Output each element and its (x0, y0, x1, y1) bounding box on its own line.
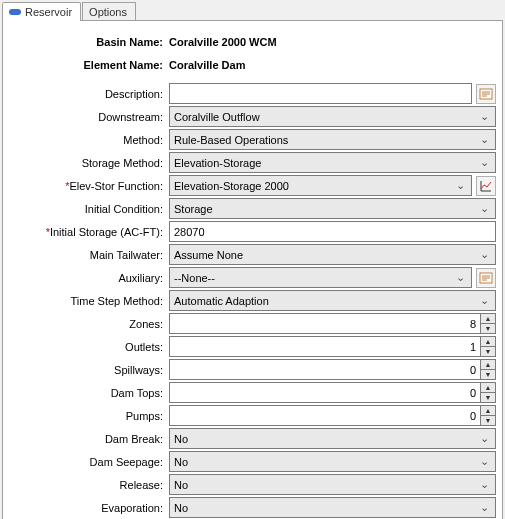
initial-condition-combo[interactable]: Storage ⌄ (169, 198, 496, 219)
chevron-down-icon: ⌄ (477, 248, 491, 261)
spillways-label: Spillways: (9, 364, 169, 376)
initial-storage-label: *Initial Storage (AC-FT): (9, 226, 169, 238)
main-tailwater-label: Main Tailwater: (9, 249, 169, 261)
outlets-spinner[interactable]: ▲▼ (169, 336, 496, 357)
dam-break-value: No (174, 433, 188, 445)
initial-condition-label: Initial Condition: (9, 203, 169, 215)
storage-method-combo[interactable]: Elevation-Storage ⌄ (169, 152, 496, 173)
time-step-method-label: Time Step Method: (9, 295, 169, 307)
spin-up-icon[interactable]: ▲ (481, 337, 495, 346)
dam-tops-spinner[interactable]: ▲▼ (169, 382, 496, 403)
plot-icon (479, 179, 493, 193)
elev-stor-plot-button[interactable] (476, 176, 496, 196)
zones-spinner[interactable]: ▲▼ (169, 313, 496, 334)
pumps-label: Pumps: (9, 410, 169, 422)
evaporation-label: Evaporation: (9, 502, 169, 514)
dam-tops-label: Dam Tops: (9, 387, 169, 399)
dam-seepage-label: Dam Seepage: (9, 456, 169, 468)
elev-stor-function-combo[interactable]: Elevation-Storage 2000 ⌄ (169, 175, 472, 196)
spin-up-icon[interactable]: ▲ (481, 360, 495, 369)
release-value: No (174, 479, 188, 491)
chevron-down-icon: ⌄ (477, 156, 491, 169)
dam-seepage-combo[interactable]: No ⌄ (169, 451, 496, 472)
evaporation-combo[interactable]: No ⌄ (169, 497, 496, 518)
chevron-down-icon: ⌄ (477, 432, 491, 445)
spillways-input[interactable] (170, 360, 480, 379)
spin-up-icon[interactable]: ▲ (481, 383, 495, 392)
elev-stor-function-value: Elevation-Storage 2000 (174, 180, 289, 192)
chevron-down-icon: ⌄ (477, 202, 491, 215)
initial-condition-value: Storage (174, 203, 213, 215)
spin-down-icon[interactable]: ▼ (481, 415, 495, 425)
chevron-down-icon: ⌄ (477, 478, 491, 491)
chevron-down-icon: ⌄ (453, 271, 467, 284)
downstream-label: Downstream: (9, 111, 169, 123)
method-combo[interactable]: Rule-Based Operations ⌄ (169, 129, 496, 150)
basin-name-label: Basin Name: (9, 36, 169, 48)
chevron-down-icon: ⌄ (477, 294, 491, 307)
spin-down-icon[interactable]: ▼ (481, 369, 495, 379)
zones-input[interactable] (170, 314, 480, 333)
storage-method-label: Storage Method: (9, 157, 169, 169)
element-name-value: Coralville Dam (169, 59, 496, 71)
spin-down-icon[interactable]: ▼ (481, 346, 495, 356)
spin-up-icon[interactable]: ▲ (481, 406, 495, 415)
description-input[interactable] (169, 83, 472, 104)
storage-method-value: Elevation-Storage (174, 157, 261, 169)
auxiliary-edit-button[interactable] (476, 268, 496, 288)
spin-down-icon[interactable]: ▼ (481, 392, 495, 402)
pumps-spinner[interactable]: ▲▼ (169, 405, 496, 426)
method-label: Method: (9, 134, 169, 146)
spin-down-icon[interactable]: ▼ (481, 323, 495, 333)
chevron-down-icon: ⌄ (453, 179, 467, 192)
elev-stor-function-label: *Elev-Stor Function: (9, 180, 169, 192)
auxiliary-value: --None-- (174, 272, 215, 284)
tab-bar: Reservoir Options (0, 0, 505, 21)
downstream-combo[interactable]: Coralville Outflow ⌄ (169, 106, 496, 127)
chevron-down-icon: ⌄ (477, 133, 491, 146)
dam-break-label: Dam Break: (9, 433, 169, 445)
chevron-down-icon: ⌄ (477, 501, 491, 514)
release-combo[interactable]: No ⌄ (169, 474, 496, 495)
time-step-method-value: Automatic Adaption (174, 295, 269, 307)
spillways-spinner[interactable]: ▲▼ (169, 359, 496, 380)
release-label: Release: (9, 479, 169, 491)
pumps-input[interactable] (170, 406, 480, 425)
main-tailwater-combo[interactable]: Assume None ⌄ (169, 244, 496, 265)
spin-up-icon[interactable]: ▲ (481, 314, 495, 323)
initial-storage-input[interactable] (169, 221, 496, 242)
reservoir-panel: Basin Name: Coralville 2000 WCM Element … (2, 20, 503, 519)
dam-seepage-value: No (174, 456, 188, 468)
reservoir-icon (9, 6, 21, 18)
basin-name-value: Coralville 2000 WCM (169, 36, 496, 48)
description-label: Description: (9, 88, 169, 100)
svg-rect-0 (9, 9, 21, 15)
dam-break-combo[interactable]: No ⌄ (169, 428, 496, 449)
tab-reservoir[interactable]: Reservoir (2, 2, 81, 21)
time-step-method-combo[interactable]: Automatic Adaption ⌄ (169, 290, 496, 311)
downstream-value: Coralville Outflow (174, 111, 260, 123)
method-value: Rule-Based Operations (174, 134, 288, 146)
note-icon (479, 271, 493, 285)
evaporation-value: No (174, 502, 188, 514)
dam-tops-input[interactable] (170, 383, 480, 402)
zones-label: Zones: (9, 318, 169, 330)
tab-options-label: Options (89, 6, 127, 18)
note-icon (479, 87, 493, 101)
auxiliary-label: Auxiliary: (9, 272, 169, 284)
description-expand-button[interactable] (476, 84, 496, 104)
outlets-label: Outlets: (9, 341, 169, 353)
tab-options[interactable]: Options (82, 2, 136, 21)
main-tailwater-value: Assume None (174, 249, 243, 261)
chevron-down-icon: ⌄ (477, 110, 491, 123)
outlets-input[interactable] (170, 337, 480, 356)
chevron-down-icon: ⌄ (477, 455, 491, 468)
auxiliary-combo[interactable]: --None-- ⌄ (169, 267, 472, 288)
tab-reservoir-label: Reservoir (25, 6, 72, 18)
element-name-label: Element Name: (9, 59, 169, 71)
